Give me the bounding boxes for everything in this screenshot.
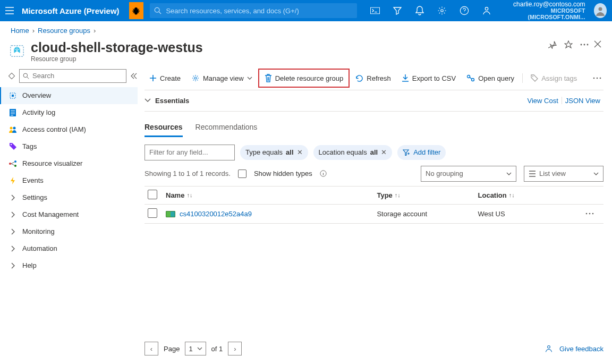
sidebar: OverviewActivity logAccess control (IAM)… [0,67,138,365]
help-button[interactable] [455,0,474,21]
main-pane: Create Manage view Delete resource group… [138,67,612,365]
close-icon[interactable]: ✕ [381,148,387,156]
add-filter-button[interactable]: Add filter [397,145,446,160]
export-csv-label: Export to CSV [412,74,456,82]
avatar[interactable] [594,3,607,18]
tags-icon [8,142,17,151]
sidebar-item-access-control-iam-[interactable]: Access control (IAM) [0,121,138,138]
hamburger-menu[interactable] [4,4,15,17]
json-view-link[interactable]: JSON View [562,97,604,105]
directories-button[interactable] [388,0,407,21]
feedback-button[interactable] [477,0,496,21]
essentials-row: Essentials View Cost JSON View [144,90,604,112]
chevron-double-left-icon [131,73,137,79]
page-select[interactable]: 1 [185,342,206,355]
pin-icon [548,40,557,49]
show-hidden-checkbox[interactable] [238,170,246,178]
close-button[interactable] [594,40,601,48]
column-header-type[interactable]: Type↑↓ [377,191,400,199]
manage-view-button[interactable]: Manage view [186,70,257,87]
sidebar-item-label: Resource visualizer [22,159,82,167]
sidebar-search-input[interactable] [31,71,123,80]
svg-point-9 [584,44,585,46]
column-header-name[interactable]: Name↑↓ [166,191,192,199]
header-icon-group [366,0,496,21]
prev-page-button[interactable]: ‹ [144,342,158,355]
pill-type-prefix: Type equals [245,148,283,156]
assign-tags-label: Assign tags [541,74,577,82]
favorite-button[interactable] [564,40,573,49]
sort-icon: ↑↓ [186,192,192,198]
sidebar-item-label: Activity log [22,108,55,116]
separator [522,73,523,83]
global-search-input[interactable] [165,6,353,15]
sidebar-item-help[interactable]: Help [0,257,138,274]
resources-table: Name↑↓ Type↑↓ Location↑↓ cs4100320012e52… [144,186,604,224]
column-header-location[interactable]: Location↑↓ [478,191,515,199]
create-button[interactable]: Create [144,70,185,87]
chevron-down-icon [247,77,252,80]
breadcrumb-item-resource-groups[interactable]: Resource groups [38,27,90,35]
filter-pill-type[interactable]: Type equals all ✕ [240,145,308,160]
svg-point-27 [593,78,595,79]
resource-location-cell: West US [475,204,582,223]
sidebar-item-cost-management[interactable]: Cost Management [0,206,138,223]
info-icon[interactable] [320,170,327,177]
ellipsis-icon [593,77,601,79]
tab-resources[interactable]: Resources [144,123,183,137]
settings-button[interactable] [432,0,452,21]
refresh-button[interactable]: Refresh [351,70,396,87]
svg-point-3 [441,10,444,12]
account-block[interactable]: charlie.roy@contoso.com MICROSOFT (MICRO… [503,0,588,21]
search-icon [23,73,29,79]
sidebar-item-events[interactable]: Events [0,172,138,189]
grouping-dropdown[interactable]: No grouping [421,166,516,182]
table-row[interactable]: cs4100320012e52a4a9Storage accountWest U… [144,204,604,223]
sidebar-item-overview[interactable]: Overview [0,87,138,104]
filter-input[interactable] [144,145,235,160]
essentials-toggle[interactable]: Essentials [144,97,189,105]
view-cost-link[interactable]: View Cost [524,97,561,105]
gear-icon [191,74,200,82]
sidebar-item-settings[interactable]: Settings [0,189,138,206]
chevron-down-icon [593,172,599,175]
chevron-down-icon [506,172,512,175]
sidebar-item-monitoring[interactable]: Monitoring [0,223,138,240]
sidebar-item-automation[interactable]: Automation [0,240,138,257]
view-dropdown[interactable]: List view [524,166,604,182]
sidebar-item-resource-visualizer[interactable]: Resource visualizer [0,155,138,172]
sidebar-search[interactable] [19,69,126,83]
show-menu-button[interactable] [8,73,15,79]
add-filter-icon [403,149,410,156]
sidebar-item-activity-log[interactable]: Activity log [0,104,138,121]
command-overflow-button[interactable] [591,77,604,79]
pin-button[interactable] [548,40,557,49]
add-filter-label: Add filter [413,148,440,156]
notifications-button[interactable] [410,0,429,21]
overview-icon [8,91,17,100]
svg-point-10 [587,44,589,46]
row-more-button[interactable] [582,204,604,223]
delete-resource-group-button[interactable]: Delete resource group [258,69,350,88]
preview-bug-badge[interactable] [129,2,144,19]
filter-pill-location[interactable]: Location equals all ✕ [313,145,393,160]
sidebar-item-tags[interactable]: Tags [0,138,138,155]
row-checkbox[interactable] [148,208,157,218]
collapse-sidebar-button[interactable] [131,73,137,79]
cloud-shell-button[interactable] [366,0,385,21]
open-query-button[interactable]: Open query [462,70,519,87]
svg-point-5 [486,7,488,10]
resource-name-link[interactable]: cs4100320012e52a4a9 [180,210,252,218]
breadcrumb-item-home[interactable]: Home [11,27,29,35]
tab-recommendations[interactable]: Recommendations [196,123,258,137]
resource-group-icon [8,43,26,60]
activity-icon [8,108,17,117]
global-search[interactable] [150,3,357,18]
tag-icon [531,74,538,82]
next-page-button[interactable]: › [228,342,242,355]
give-feedback-link[interactable]: Give feedback [545,344,604,353]
select-all-checkbox[interactable] [148,190,157,199]
export-csv-button[interactable]: Export to CSV [397,70,461,87]
blade-more-button[interactable] [580,44,589,46]
close-icon[interactable]: ✕ [297,148,303,156]
